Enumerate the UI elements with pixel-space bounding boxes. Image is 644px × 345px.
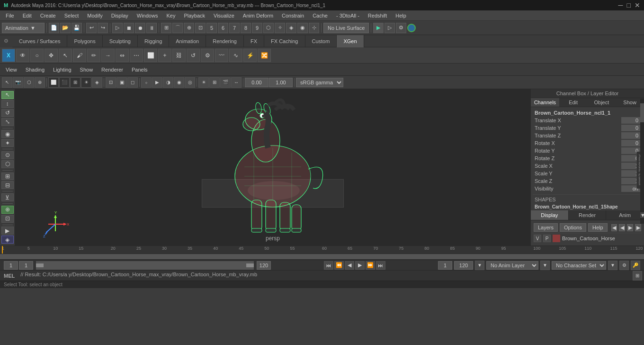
graph-ed-btn[interactable]: ⊻	[1, 193, 14, 201]
isolate-btn[interactable]: ⊡	[106, 77, 116, 88]
tab-sculpting[interactable]: Sculpting	[103, 35, 138, 47]
show-menu[interactable]: Show	[76, 66, 97, 73]
camera-btn[interactable]: 📷	[13, 77, 23, 88]
tab-gear-btn[interactable]: ⚙	[0, 35, 12, 47]
timeline-ruler[interactable]: 1 5 10 15 20 25 30 35 40 45 50 55 60 65 …	[0, 245, 644, 254]
snap-b-btn[interactable]: ✧	[275, 23, 285, 33]
display-tab[interactable]: Display	[531, 210, 569, 220]
char-set-dropdown[interactable]: No Character Set	[552, 261, 606, 270]
snap-6-btn[interactable]: 6	[218, 23, 228, 33]
xg-sculpt-btn[interactable]: 🖌	[73, 49, 86, 62]
select-tool[interactable]: ↖	[1, 91, 14, 99]
tab-custom[interactable]: Custom	[305, 35, 337, 47]
xg-gear-btn[interactable]: ⚙	[201, 49, 214, 62]
anim-layer-dropdown-btn[interactable]: ▼	[540, 261, 550, 270]
undo-btn[interactable]: ↩	[86, 23, 97, 33]
vt-xray-btn[interactable]: ◎	[185, 77, 195, 88]
menu-help[interactable]: Help	[392, 12, 410, 19]
tab-rigging[interactable]: Rigging	[138, 35, 169, 47]
snap-grid-btn[interactable]: ⊞	[161, 23, 171, 33]
snap-curve-btn[interactable]: ⌒	[172, 23, 183, 33]
tab-fx[interactable]: FX	[244, 35, 264, 47]
snap-view-btn[interactable]: ⊡	[195, 23, 206, 33]
xg-mirror-btn[interactable]: ⇔	[116, 49, 129, 62]
xg-move-btn[interactable]: ✥	[45, 49, 58, 62]
vt-btn4[interactable]: ⊕	[35, 77, 45, 88]
exposure-input[interactable]	[245, 78, 268, 87]
vt-wire-on-shaded-btn[interactable]: ◉	[174, 77, 184, 88]
xg-plus-btn[interactable]: +	[158, 49, 171, 62]
color-profile-dropdown[interactable]: sRGB gamma	[296, 78, 343, 87]
vt-pan-btn[interactable]: ↔	[231, 77, 242, 88]
menu-display[interactable]: Display	[107, 12, 132, 19]
panels-menu[interactable]: Panels	[128, 66, 152, 73]
translate-x-value[interactable]: 0	[621, 117, 640, 124]
hypershade-btn[interactable]: ◈	[1, 236, 14, 244]
render-view-btn[interactable]: ▶	[1, 227, 14, 235]
speed-input[interactable]	[454, 261, 473, 270]
current-frame-input[interactable]	[4, 261, 18, 270]
menu-playback[interactable]: Playback	[180, 12, 209, 19]
ipr-btn[interactable]: ▷	[385, 23, 395, 33]
resolution-gate-btn[interactable]: ▣	[116, 77, 127, 88]
vt-render-btn[interactable]: ▶	[152, 77, 162, 88]
render-btn[interactable]: ▶	[373, 23, 384, 33]
play-back-btn[interactable]: ◀	[345, 261, 354, 270]
script-editor-btn[interactable]: ⊞	[633, 271, 642, 281]
range-start-handle[interactable]	[36, 263, 44, 267]
renderer-menu[interactable]: Renderer	[98, 66, 127, 73]
vt-shaded-btn[interactable]: ◑	[163, 77, 173, 88]
menu-select[interactable]: Select	[61, 12, 83, 19]
options-tab[interactable]: Options	[560, 223, 586, 232]
snap-9-btn[interactable]: 9	[252, 23, 262, 33]
vt-shapes-btn[interactable]: ⬦	[141, 77, 152, 88]
goto-start-btn[interactable]: ⏮	[324, 261, 333, 270]
xg-fx-btn[interactable]: ⚡	[243, 49, 257, 62]
snap-a-btn[interactable]: ⬡	[263, 23, 274, 33]
scroll-down-area[interactable]: ▼	[640, 212, 644, 218]
tab-animation[interactable]: Animation	[169, 35, 206, 47]
rotate-x-value[interactable]: 0	[621, 140, 640, 146]
vt-btn9[interactable]: ◈	[92, 77, 102, 88]
channel-scrollbar-thumb[interactable]	[640, 103, 644, 122]
tab-curves-surfaces[interactable]: Curves / Surfaces	[12, 35, 67, 47]
solid-btn[interactable]: ⬛	[59, 77, 70, 88]
xg-eye-btn[interactable]: 👁	[16, 49, 29, 62]
viewport-color-btn[interactable]	[407, 24, 416, 32]
wireframe-btn[interactable]: ⬜	[48, 77, 59, 88]
camera-gate-btn[interactable]: ◻	[127, 77, 138, 88]
anim-tab[interactable]: Anim	[606, 210, 644, 220]
vt-film-btn[interactable]: 🎬	[220, 77, 231, 88]
xg-x-btn[interactable]: X	[2, 49, 15, 62]
no-live-surface[interactable]: No Live Surface	[323, 23, 369, 33]
menu-3dtoall[interactable]: - 3DtoAll -	[332, 12, 363, 19]
xg-sphere-btn[interactable]: ○	[30, 49, 44, 62]
workspace-dropdown[interactable]: Animation ▼	[2, 23, 45, 33]
shading-menu[interactable]: Shading	[22, 66, 48, 73]
xg-arrow-btn[interactable]: →	[101, 49, 115, 62]
vt-hudsun-btn[interactable]: ☀	[198, 77, 209, 88]
menu-file[interactable]: File	[2, 12, 18, 19]
layer-add-btn[interactable]: ◀	[611, 224, 617, 231]
soft-sel-btn[interactable]: ◉	[1, 130, 14, 138]
scale-tool[interactable]: ⤡	[1, 118, 14, 126]
layer-prev-btn[interactable]: ◀	[619, 224, 625, 231]
step-back-btn[interactable]: ⏪	[334, 261, 344, 270]
edit-tab[interactable]: Edit	[559, 98, 588, 107]
save-scene-btn[interactable]: 💾	[72, 23, 82, 33]
tab-xgen[interactable]: XGen	[337, 35, 364, 47]
snap-e-btn[interactable]: ⊹	[309, 23, 319, 33]
menu-create[interactable]: Create	[36, 12, 60, 19]
xg-square-btn[interactable]: ⬜	[144, 49, 157, 62]
char-set-dropdown-btn[interactable]: ▼	[608, 261, 617, 270]
light-btn[interactable]: ☀	[81, 77, 91, 88]
snap-c-btn[interactable]: ◈	[286, 23, 296, 33]
menu-redshift[interactable]: Redshift	[364, 12, 391, 19]
layer-next-btn[interactable]: ▶	[627, 224, 633, 231]
channel-scrollbar[interactable]: ▼	[640, 99, 644, 224]
xgen-guide-btn[interactable]: ⊕	[1, 206, 14, 214]
range-end-input[interactable]	[257, 261, 271, 270]
frame-range-slider[interactable]	[36, 261, 254, 270]
xg-select-btn[interactable]: ↖	[59, 49, 72, 62]
anim-layer-dropdown[interactable]: No Anim Layer	[486, 261, 538, 270]
